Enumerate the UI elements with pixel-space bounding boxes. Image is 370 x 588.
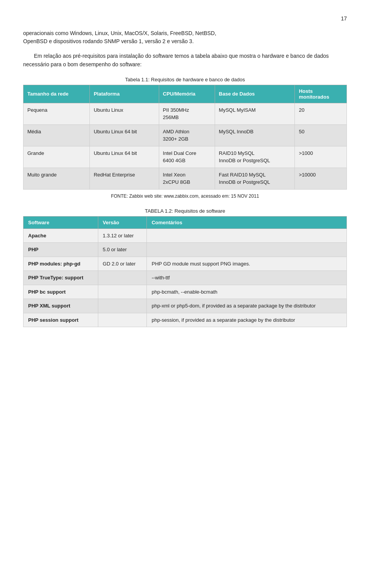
table-cell: Intel Xeon 2xCPU 8GB	[159, 168, 215, 189]
col-base: Base de Dados	[215, 85, 295, 103]
versao-cell: 5.0 or later	[98, 243, 147, 257]
software-cell: PHP XML support	[24, 299, 98, 313]
table-cell: 50	[295, 124, 347, 146]
col-hosts: Hostsmonitorados	[295, 85, 347, 103]
table-row: Apache1.3.12 or later	[24, 228, 347, 243]
comentarios-cell	[147, 243, 347, 257]
comentarios-cell: php-session, if provided as a separate p…	[147, 313, 347, 327]
intro-line2: OpenBSD e dispositivos rodando SNMP vers…	[23, 38, 194, 44]
software-requirements-table: Software Versão Comentários Apache1.3.12…	[23, 216, 347, 328]
table-row: PHP TrueType: support--with-ttf	[24, 271, 347, 285]
col-tamanho: Tamanho da rede	[24, 85, 90, 103]
table-cell: Ubuntu Linux 64 bit	[90, 124, 159, 146]
table-cell: >1000	[295, 146, 347, 168]
table-row: PHP bc supportphp-bcmath, --enable-bcmat…	[24, 285, 347, 299]
hardware-requirements-table: Tamanho da rede Plataforma CPU/Memória B…	[23, 85, 347, 190]
comentarios-cell: php-xml or php5-dom, if provided as a se…	[147, 299, 347, 313]
software-cell: PHP bc support	[24, 285, 98, 299]
page-number: 17	[23, 15, 347, 22]
comentarios-cell: PHP GD module must support PNG images.	[147, 257, 347, 271]
table1-caption: Tabela 1.1: Requisitos de hardware e ban…	[23, 77, 347, 82]
table-cell: Ubuntu Linux	[90, 103, 159, 124]
software-cell: PHP session support	[24, 313, 98, 327]
table-cell: Fast RAID10 MySQL InnoDB or PostgreSQL	[215, 168, 295, 189]
software-cell: PHP modules: php-gd	[24, 257, 98, 271]
table-cell: Muito grande	[24, 168, 90, 189]
versao-cell: 1.3.12 or later	[98, 228, 147, 243]
col-versao: Versão	[98, 216, 147, 228]
table-cell: MySQL MyISAM	[215, 103, 295, 124]
table-cell: Média	[24, 124, 90, 146]
table-row: GrandeUbuntu Linux 64 bitIntel Dual Core…	[24, 146, 347, 168]
versao-cell	[98, 299, 147, 313]
comentarios-cell: --with-ttf	[147, 271, 347, 285]
table-cell: MySQL InnoDB	[215, 124, 295, 146]
table1-fonte: FONTE: Zabbix web site: www.zabbix.com, …	[23, 193, 347, 199]
intro-line1: operacionais como Windows, Linux, Unix, …	[23, 30, 216, 36]
table-cell: Pequena	[24, 103, 90, 124]
software-cell: PHP TrueType: support	[24, 271, 98, 285]
software-cell: Apache	[24, 228, 98, 243]
table-cell: RAID10 MySQL InnoDB or PostgreSQL	[215, 146, 295, 168]
versao-cell	[98, 313, 147, 327]
table-row: PHP5.0 or later	[24, 243, 347, 257]
table-row: MédiaUbuntu Linux 64 bitAMD Athlon 3200+…	[24, 124, 347, 146]
table-cell: AMD Athlon 3200+ 2GB	[159, 124, 215, 146]
table-cell: Intel Dual Core 6400 4GB	[159, 146, 215, 168]
table-row: PequenaUbuntu LinuxPII 350MHz 256MBMySQL…	[24, 103, 347, 124]
versao-cell	[98, 271, 147, 285]
table-row: PHP XML supportphp-xml or php5-dom, if p…	[24, 299, 347, 313]
comentarios-cell	[147, 228, 347, 243]
col-plataforma: Plataforma	[90, 85, 159, 103]
versao-cell: GD 2.0 or later	[98, 257, 147, 271]
table2-caption: TABELA 1.2: Requisitos de software	[23, 208, 347, 214]
body-paragraph: Em relação aos pré-requisitos para insta…	[23, 52, 347, 69]
intro-text: operacionais como Windows, Linux, Unix, …	[23, 29, 347, 45]
col-comentarios: Comentários	[147, 216, 347, 228]
software-cell: PHP	[24, 243, 98, 257]
table-row: PHP session supportphp-session, if provi…	[24, 313, 347, 327]
table-cell: Ubuntu Linux 64 bit	[90, 146, 159, 168]
table-row: PHP modules: php-gdGD 2.0 or laterPHP GD…	[24, 257, 347, 271]
col-software: Software	[24, 216, 98, 228]
table-cell: RedHat Enterprise	[90, 168, 159, 189]
table-row: Muito grandeRedHat EnterpriseIntel Xeon …	[24, 168, 347, 189]
table-cell: PII 350MHz 256MB	[159, 103, 215, 124]
col-cpu: CPU/Memória	[159, 85, 215, 103]
comentarios-cell: php-bcmath, --enable-bcmath	[147, 285, 347, 299]
versao-cell	[98, 285, 147, 299]
table-cell: 20	[295, 103, 347, 124]
table-cell: Grande	[24, 146, 90, 168]
table-cell: >10000	[295, 168, 347, 189]
